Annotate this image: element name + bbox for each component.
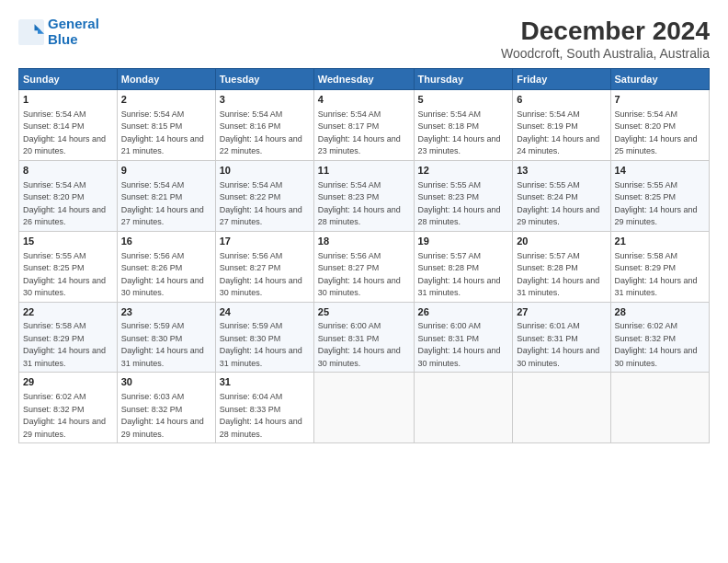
calendar-cell: 23Sunrise: 5:59 AMSunset: 8:30 PMDayligh…	[117, 302, 215, 373]
day-number: 13	[517, 164, 606, 178]
calendar-cell: 13Sunrise: 5:55 AMSunset: 8:24 PMDayligh…	[513, 160, 610, 231]
calendar-cell	[414, 373, 513, 443]
calendar-week-4: 29Sunrise: 6:02 AMSunset: 8:32 PMDayligh…	[19, 373, 710, 443]
day-number: 17	[220, 235, 310, 248]
calendar-cell: 17Sunrise: 5:56 AMSunset: 8:27 PMDayligh…	[215, 231, 313, 302]
day-info: Sunrise: 6:04 AMSunset: 8:33 PMDaylight:…	[220, 392, 302, 439]
day-info: Sunrise: 5:54 AMSunset: 8:20 PMDaylight:…	[23, 180, 106, 227]
calendar-cell: 31Sunrise: 6:04 AMSunset: 8:33 PMDayligh…	[215, 373, 313, 443]
day-number: 11	[318, 164, 410, 178]
calendar-cell: 19Sunrise: 5:57 AMSunset: 8:28 PMDayligh…	[414, 231, 513, 302]
day-info: Sunrise: 5:54 AMSunset: 8:21 PMDaylight:…	[121, 180, 204, 227]
day-info: Sunrise: 6:00 AMSunset: 8:31 PMDaylight:…	[318, 321, 401, 368]
day-number: 5	[418, 93, 509, 107]
calendar-cell: 24Sunrise: 5:59 AMSunset: 8:30 PMDayligh…	[215, 302, 313, 373]
day-info: Sunrise: 5:57 AMSunset: 8:28 PMDaylight:…	[517, 251, 599, 298]
calendar-header-monday: Monday	[117, 69, 215, 90]
calendar-header-row: SundayMondayTuesdayWednesdayThursdayFrid…	[19, 69, 710, 90]
calendar-header-thursday: Thursday	[414, 69, 513, 90]
calendar-header-wednesday: Wednesday	[313, 69, 414, 90]
calendar-cell: 22Sunrise: 5:58 AMSunset: 8:29 PMDayligh…	[19, 302, 118, 373]
calendar-cell: 14Sunrise: 5:55 AMSunset: 8:25 PMDayligh…	[610, 160, 709, 231]
calendar-cell: 25Sunrise: 6:00 AMSunset: 8:31 PMDayligh…	[313, 302, 414, 373]
day-info: Sunrise: 5:59 AMSunset: 8:30 PMDaylight:…	[121, 321, 204, 368]
day-number: 7	[615, 93, 705, 107]
day-number: 2	[121, 93, 211, 107]
main-title: December 2024	[501, 17, 710, 46]
day-number: 14	[615, 164, 705, 178]
day-info: Sunrise: 5:54 AMSunset: 8:17 PMDaylight:…	[318, 109, 401, 156]
day-number: 24	[220, 305, 310, 319]
calendar-header-sunday: Sunday	[19, 69, 118, 90]
day-info: Sunrise: 6:00 AMSunset: 8:31 PMDaylight:…	[418, 321, 501, 368]
logo-line2: Blue	[48, 31, 78, 47]
day-number: 9	[121, 164, 211, 178]
day-info: Sunrise: 6:02 AMSunset: 8:32 PMDaylight:…	[23, 392, 106, 439]
day-info: Sunrise: 5:54 AMSunset: 8:23 PMDaylight:…	[318, 180, 401, 227]
calendar-cell: 4Sunrise: 5:54 AMSunset: 8:17 PMDaylight…	[313, 90, 414, 161]
calendar-cell: 3Sunrise: 5:54 AMSunset: 8:16 PMDaylight…	[215, 90, 313, 161]
calendar-header-tuesday: Tuesday	[215, 69, 313, 90]
day-info: Sunrise: 5:56 AMSunset: 8:26 PMDaylight:…	[121, 251, 204, 298]
day-number: 8	[23, 164, 113, 178]
day-info: Sunrise: 5:58 AMSunset: 8:29 PMDaylight:…	[23, 321, 106, 368]
day-number: 18	[318, 235, 410, 248]
calendar-cell: 5Sunrise: 5:54 AMSunset: 8:18 PMDaylight…	[414, 90, 513, 161]
day-info: Sunrise: 5:55 AMSunset: 8:25 PMDaylight:…	[23, 251, 106, 298]
calendar-cell: 6Sunrise: 5:54 AMSunset: 8:19 PMDaylight…	[513, 90, 610, 161]
calendar-cell: 12Sunrise: 5:55 AMSunset: 8:23 PMDayligh…	[414, 160, 513, 231]
day-info: Sunrise: 5:55 AMSunset: 8:25 PMDaylight:…	[615, 180, 698, 227]
day-info: Sunrise: 6:02 AMSunset: 8:32 PMDaylight:…	[615, 321, 698, 368]
page: General Blue December 2024 Woodcroft, So…	[0, 0, 728, 563]
day-info: Sunrise: 5:54 AMSunset: 8:14 PMDaylight:…	[23, 109, 106, 156]
day-info: Sunrise: 5:56 AMSunset: 8:27 PMDaylight:…	[220, 251, 302, 298]
calendar-cell: 29Sunrise: 6:02 AMSunset: 8:32 PMDayligh…	[19, 373, 118, 443]
day-number: 21	[615, 235, 705, 248]
logo-text: General Blue	[48, 17, 99, 47]
day-info: Sunrise: 5:54 AMSunset: 8:19 PMDaylight:…	[517, 109, 599, 156]
day-number: 20	[517, 235, 606, 248]
calendar-week-3: 22Sunrise: 5:58 AMSunset: 8:29 PMDayligh…	[19, 302, 710, 373]
calendar-header-friday: Friday	[513, 69, 610, 90]
day-number: 25	[318, 305, 410, 319]
day-info: Sunrise: 5:54 AMSunset: 8:18 PMDaylight:…	[418, 109, 501, 156]
day-number: 16	[121, 235, 211, 248]
day-info: Sunrise: 5:54 AMSunset: 8:22 PMDaylight:…	[220, 180, 302, 227]
day-number: 12	[418, 164, 509, 178]
calendar-cell	[313, 373, 414, 443]
calendar-week-1: 8Sunrise: 5:54 AMSunset: 8:20 PMDaylight…	[19, 160, 710, 231]
logo-line1: General	[48, 16, 99, 31]
day-info: Sunrise: 5:55 AMSunset: 8:23 PMDaylight:…	[418, 180, 501, 227]
day-number: 4	[318, 93, 410, 107]
calendar-cell: 26Sunrise: 6:00 AMSunset: 8:31 PMDayligh…	[414, 302, 513, 373]
day-number: 26	[418, 305, 509, 319]
day-info: Sunrise: 5:55 AMSunset: 8:24 PMDaylight:…	[517, 180, 599, 227]
day-info: Sunrise: 5:54 AMSunset: 8:20 PMDaylight:…	[615, 109, 698, 156]
calendar-cell: 27Sunrise: 6:01 AMSunset: 8:31 PMDayligh…	[513, 302, 610, 373]
day-number: 1	[23, 93, 113, 107]
day-number: 3	[220, 93, 310, 107]
day-number: 6	[517, 93, 606, 107]
calendar-cell: 18Sunrise: 5:56 AMSunset: 8:27 PMDayligh…	[313, 231, 414, 302]
calendar-cell: 16Sunrise: 5:56 AMSunset: 8:26 PMDayligh…	[117, 231, 215, 302]
calendar-cell: 9Sunrise: 5:54 AMSunset: 8:21 PMDaylight…	[117, 160, 215, 231]
day-info: Sunrise: 5:56 AMSunset: 8:27 PMDaylight:…	[318, 251, 401, 298]
subtitle: Woodcroft, South Australia, Australia	[501, 46, 710, 61]
calendar-cell: 28Sunrise: 6:02 AMSunset: 8:32 PMDayligh…	[610, 302, 709, 373]
calendar-cell: 15Sunrise: 5:55 AMSunset: 8:25 PMDayligh…	[19, 231, 118, 302]
calendar-cell: 10Sunrise: 5:54 AMSunset: 8:22 PMDayligh…	[215, 160, 313, 231]
calendar-cell: 1Sunrise: 5:54 AMSunset: 8:14 PMDaylight…	[19, 90, 118, 161]
calendar-header-saturday: Saturday	[610, 69, 709, 90]
day-number: 15	[23, 235, 113, 248]
calendar-cell: 21Sunrise: 5:58 AMSunset: 8:29 PMDayligh…	[610, 231, 709, 302]
day-info: Sunrise: 5:54 AMSunset: 8:15 PMDaylight:…	[121, 109, 204, 156]
calendar-week-0: 1Sunrise: 5:54 AMSunset: 8:14 PMDaylight…	[19, 90, 710, 161]
day-number: 10	[220, 164, 310, 178]
calendar-cell: 7Sunrise: 5:54 AMSunset: 8:20 PMDaylight…	[610, 90, 709, 161]
day-info: Sunrise: 5:58 AMSunset: 8:29 PMDaylight:…	[615, 251, 698, 298]
calendar-cell	[513, 373, 610, 443]
logo: General Blue	[18, 17, 99, 47]
day-info: Sunrise: 5:54 AMSunset: 8:16 PMDaylight:…	[220, 109, 302, 156]
calendar-cell: 30Sunrise: 6:03 AMSunset: 8:32 PMDayligh…	[117, 373, 215, 443]
calendar-cell	[610, 373, 709, 443]
